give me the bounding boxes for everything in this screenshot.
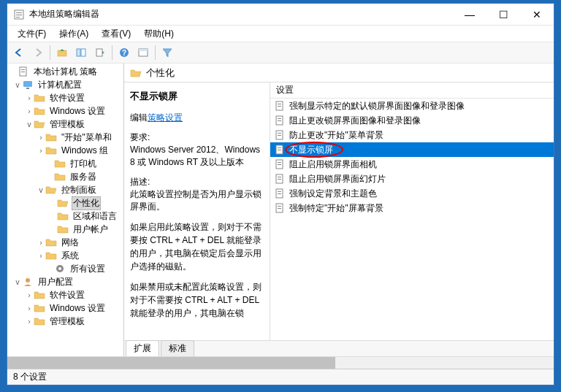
tree-windows-settings[interactable]: ›Windows 设置: [7, 104, 123, 118]
list-rows: 强制显示特定的默认锁屏界面图像和登录图像阻止更改锁屏界面图像和登录图像防止更改"…: [270, 99, 554, 215]
back-button[interactable]: [10, 44, 28, 61]
tab-standard[interactable]: 标准: [161, 340, 194, 356]
list-item-label: 不显示锁屏: [289, 144, 333, 156]
column-header-setting[interactable]: 设置: [270, 82, 554, 99]
horizontal-scrollbar[interactable]: [7, 356, 554, 369]
svg-rect-15: [23, 81, 32, 87]
content-pane: 个性化 不显示锁屏 编辑策略设置 要求: Windows Server 2012…: [124, 64, 554, 356]
gear-icon: [54, 263, 66, 274]
folder-icon: [34, 289, 45, 301]
tree-root[interactable]: 本地计算机 策略: [7, 65, 123, 78]
tree-all-settings[interactable]: 所有设置: [7, 262, 123, 275]
tree-software-settings[interactable]: ›软件设置: [7, 91, 123, 104]
tree-region-lang[interactable]: 区域和语言: [7, 210, 123, 223]
folder-open-icon: [57, 197, 69, 209]
description-text: 此策略设置控制是否为用户显示锁屏界面。: [130, 188, 264, 213]
svg-rect-36: [278, 177, 281, 177]
tree-start-menu[interactable]: ›"开始"菜单和: [7, 131, 123, 144]
tree-control-panel[interactable]: v控制面板: [7, 183, 123, 196]
edit-policy-link[interactable]: 策略设置: [148, 112, 183, 123]
list-row[interactable]: 阻止启用锁屏界面幻灯片: [270, 172, 554, 186]
list-row[interactable]: 阻止启用锁屏界面相机: [270, 157, 554, 172]
svg-rect-30: [278, 147, 281, 148]
svg-rect-7: [96, 49, 102, 56]
tree-user-config[interactable]: v用户配置: [7, 275, 123, 288]
folder-icon: [57, 223, 69, 235]
show-hide-tree-button[interactable]: [72, 44, 90, 61]
svg-rect-40: [278, 193, 281, 194]
list-item-label: 强制设定背景和主题色: [289, 188, 377, 200]
list-row[interactable]: 强制特定"开始"屏幕背景: [270, 201, 554, 215]
list-row[interactable]: 阻止更改锁屏界面图像和登录图像: [270, 113, 554, 128]
up-button[interactable]: [53, 44, 71, 61]
tab-extended[interactable]: 扩展: [126, 340, 159, 356]
list-row[interactable]: 强制显示特定的默认锁屏界面图像和登录图像: [270, 99, 554, 113]
svg-rect-5: [77, 49, 80, 56]
folder-open-icon: [130, 67, 142, 79]
tree-printers[interactable]: 打印机: [7, 157, 123, 170]
description-para1: 如果启用此策略设置，则对于不需要按 CTRL + ALT + DEL 就能登录的…: [130, 220, 264, 273]
tree-u-software-settings[interactable]: ›软件设置: [7, 288, 123, 301]
tree-system[interactable]: ›系统: [7, 249, 123, 262]
menu-help[interactable]: 帮助(H): [138, 26, 180, 42]
tree-pane[interactable]: 本地计算机 策略 v计算机配置 ›软件设置 ›Windows 设置 v管理模板 …: [7, 64, 124, 356]
list-item-label: 阻止启用锁屏界面相机: [289, 158, 377, 171]
body: 本地计算机 策略 v计算机配置 ›软件设置 ›Windows 设置 v管理模板 …: [7, 64, 554, 356]
svg-rect-4: [58, 50, 66, 56]
svg-rect-16: [26, 88, 29, 89]
maximize-button[interactable]: ☐: [486, 4, 520, 26]
svg-rect-14: [21, 72, 25, 72]
pathbar: 个性化: [124, 64, 554, 82]
policy-icon: [275, 159, 285, 169]
list-item-label: 阻止更改锁屏界面图像和登录图像: [289, 115, 421, 127]
forward-button[interactable]: [29, 44, 47, 61]
path-text: 个性化: [146, 66, 175, 80]
tree-personalization[interactable]: 个性化: [7, 196, 123, 210]
svg-rect-11: [139, 49, 148, 51]
list-row[interactable]: 不显示锁屏: [270, 142, 554, 157]
tree-user-accounts[interactable]: 用户帐户: [7, 223, 123, 236]
user-icon: [22, 276, 34, 288]
svg-rect-42: [278, 206, 281, 207]
svg-rect-37: [278, 179, 281, 180]
folder-icon: [34, 92, 45, 104]
tree-u-windows-settings[interactable]: ›Windows 设置: [7, 301, 123, 315]
svg-rect-24: [278, 118, 281, 119]
edit-policy-line: 编辑策略设置: [130, 112, 264, 124]
policy-icon: [275, 174, 285, 184]
tree-network[interactable]: ›网络: [7, 236, 123, 249]
highlight-annotation: [285, 142, 343, 158]
tree-u-admin-templates[interactable]: ›管理模板: [7, 315, 123, 328]
close-button[interactable]: ✕: [520, 4, 554, 26]
tree-windows-components[interactable]: ›Windows 组: [7, 144, 123, 157]
settings-list: 设置 强制显示特定的默认锁屏界面图像和登录图像阻止更改锁屏界面图像和登录图像防止…: [270, 82, 554, 340]
folder-icon: [54, 171, 66, 182]
tree-computer-config[interactable]: v计算机配置: [7, 78, 123, 91]
list-row[interactable]: 防止更改"开始"菜单背景: [270, 128, 554, 142]
svg-point-18: [58, 267, 61, 270]
minimize-button[interactable]: —: [453, 4, 486, 26]
svg-rect-31: [278, 150, 281, 150]
description-para2: 如果禁用或未配置此策略设置，则对于不需要按 CTRL + ALT + DEL 就…: [130, 280, 264, 320]
svg-rect-2: [16, 15, 22, 15]
properties-button[interactable]: [134, 44, 152, 61]
svg-rect-28: [278, 135, 281, 136]
policy-icon: [275, 130, 285, 140]
svg-rect-21: [278, 104, 281, 104]
svg-rect-13: [21, 69, 25, 70]
menu-view[interactable]: 查看(V): [96, 26, 137, 42]
menu-action[interactable]: 操作(A): [53, 26, 94, 42]
export-button[interactable]: [91, 44, 109, 61]
list-row[interactable]: 强制设定背景和主题色: [270, 186, 554, 201]
tree-servers[interactable]: 服务器: [7, 170, 123, 183]
folder-icon: [45, 145, 57, 156]
computer-icon: [22, 79, 34, 91]
svg-rect-25: [278, 120, 281, 121]
list-item-label: 阻止启用锁屏界面幻灯片: [289, 173, 386, 185]
help-button[interactable]: ?: [115, 44, 133, 61]
tree-admin-templates[interactable]: v管理模板: [7, 118, 123, 131]
filter-button[interactable]: [159, 44, 176, 61]
policy-icon: [275, 145, 285, 155]
menu-file[interactable]: 文件(F): [12, 26, 52, 42]
policy-icon: [275, 188, 285, 199]
